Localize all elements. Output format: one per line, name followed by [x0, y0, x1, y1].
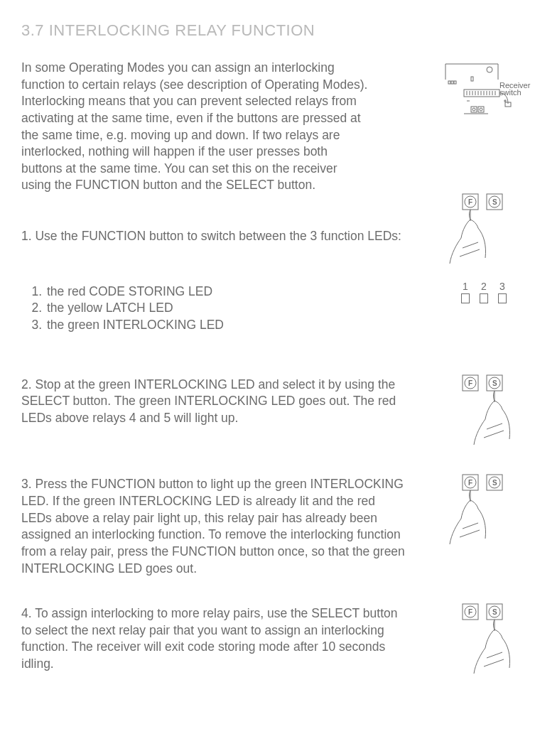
step4-block: 4. To assign interlocking to more relay … — [21, 605, 514, 673]
button-s-label: S — [492, 198, 497, 206]
led-item-3: the green INTERLOCKING LED — [45, 317, 514, 334]
led-3: 3 — [498, 281, 507, 303]
led-3-box — [498, 293, 507, 303]
led-1-num: 1 — [463, 281, 468, 292]
svg-rect-3 — [454, 81, 456, 84]
intro-text: In some Operating Modes you can assign a… — [21, 60, 369, 194]
button-s-label-3: S — [492, 479, 497, 487]
button-s-label-4: S — [492, 608, 497, 616]
receiver-switch-figure: Receiver switch — [443, 60, 514, 131]
button-f-label-2: F — [468, 379, 472, 387]
button-f-label-4: F — [468, 608, 472, 616]
receiver-label-2: switch — [499, 88, 522, 97]
svg-rect-1 — [448, 81, 450, 84]
button-s-label-2: S — [492, 379, 497, 387]
led-item-2: the yellow LATCH LED — [45, 300, 514, 317]
button-f-label-3: F — [468, 479, 472, 487]
press-f-figure-2: F S — [450, 473, 514, 551]
led-2-num: 2 — [481, 281, 487, 292]
step1-text: 1. Use the FUNCTION button to switch bet… — [21, 228, 405, 245]
step2-text: 2. Stop at the green INTERLOCKING LED an… — [21, 377, 405, 427]
led-row-figure: 1 2 3 — [461, 281, 507, 303]
led-3-num: 3 — [499, 281, 505, 292]
svg-point-21 — [480, 108, 482, 111]
step1-block: 1. Use the FUNCTION button to switch bet… — [21, 228, 514, 245]
press-s-figure-2: F S — [450, 603, 514, 681]
led-list: the red CODE STORING LED the yellow LATC… — [21, 284, 514, 334]
intro-block: In some Operating Modes you can assign a… — [21, 60, 514, 194]
svg-point-19 — [472, 108, 475, 111]
press-f-figure: F S — [450, 193, 514, 271]
step4-text: 4. To assign interlocking to more relay … — [21, 605, 405, 673]
step3-block: 3. Press the FUNCTION button to light up… — [21, 476, 514, 577]
section-title: 3.7 INTERLOCKING RELAY FUNCTION — [21, 21, 514, 40]
led-2-box — [480, 293, 488, 303]
button-f-label: F — [468, 198, 472, 206]
svg-rect-4 — [471, 77, 473, 81]
press-s-figure-1: F S — [450, 374, 514, 452]
svg-rect-18 — [471, 107, 477, 112]
svg-rect-20 — [478, 107, 484, 112]
led-item-1: the red CODE STORING LED — [45, 284, 514, 301]
svg-point-0 — [487, 67, 492, 72]
led-list-block: the red CODE STORING LED the yellow LATC… — [21, 284, 514, 334]
step3-text: 3. Press the FUNCTION button to light up… — [21, 476, 405, 577]
led-1: 1 — [461, 281, 470, 303]
svg-rect-2 — [451, 81, 453, 84]
led-1-box — [461, 293, 470, 303]
step2-block: 2. Stop at the green INTERLOCKING LED an… — [21, 377, 514, 427]
led-2: 2 — [480, 281, 488, 303]
